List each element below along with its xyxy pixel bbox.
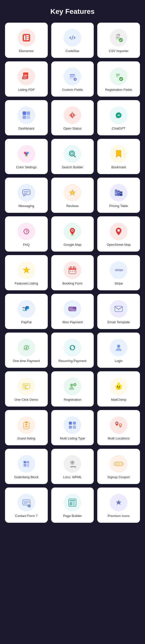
googlemap-label: Google Map bbox=[64, 243, 81, 247]
svg-rect-20 bbox=[70, 77, 73, 78]
svg-rect-111 bbox=[24, 422, 29, 429]
feature-email[interactable]: Email Template bbox=[97, 294, 140, 329]
gutenberg-label: Gutenberg Block bbox=[14, 475, 38, 479]
svg-rect-25 bbox=[116, 74, 120, 75]
feature-paypal[interactable]: Pay Pal PayPal bbox=[5, 294, 48, 329]
feature-mailchimp[interactable]: MailChimp bbox=[97, 371, 140, 407]
svg-text:COMMERC: COMMERC bbox=[69, 309, 77, 311]
email-icon bbox=[110, 300, 127, 318]
svg-rect-154 bbox=[73, 504, 75, 505]
svg-rect-62 bbox=[120, 193, 122, 193]
feature-open-status[interactable]: Open Status bbox=[51, 100, 94, 135]
feature-openstreet[interactable]: OpenStreet Map bbox=[97, 216, 140, 252]
svg-rect-71 bbox=[69, 267, 76, 274]
bookmark-label: Bookmark bbox=[111, 165, 126, 170]
svg-rect-32 bbox=[27, 115, 30, 119]
feature-premiumicons[interactable]: Premium Icons bbox=[97, 488, 140, 523]
feature-stripe[interactable]: stripe Stripe bbox=[97, 255, 140, 290]
faq-icon: ? bbox=[18, 223, 35, 240]
feature-chatgpt[interactable]: AI ChatGPT bbox=[97, 100, 140, 135]
googlemap-icon bbox=[64, 223, 81, 240]
guest-icon bbox=[18, 416, 35, 434]
feature-custom-fields[interactable]: Custom Fields bbox=[51, 61, 94, 97]
svg-rect-29 bbox=[23, 111, 26, 115]
onetime-icon: $ bbox=[18, 339, 35, 356]
svg-rect-125 bbox=[24, 461, 26, 463]
svg-rect-77 bbox=[72, 271, 73, 272]
feature-pdf[interactable]: PDF Listing PDF bbox=[5, 61, 48, 97]
messaging-icon bbox=[18, 184, 35, 202]
multilisting-label: Multi Listing Type bbox=[60, 436, 85, 441]
svg-rect-116 bbox=[73, 422, 76, 425]
feature-faq[interactable]: ? FAQ bbox=[5, 216, 48, 252]
feature-guest[interactable]: Guest listing bbox=[5, 410, 48, 445]
feature-color[interactable]: Color Settings bbox=[5, 139, 48, 174]
reviews-label: Reviews bbox=[66, 204, 79, 208]
paypal-label: PayPal bbox=[21, 320, 31, 325]
svg-point-28 bbox=[119, 77, 123, 81]
svg-rect-153 bbox=[73, 502, 75, 504]
svg-rect-51 bbox=[23, 190, 30, 195]
featured-icon bbox=[18, 261, 35, 279]
feature-pricing[interactable]: Pricing Table bbox=[97, 178, 140, 213]
login-icon bbox=[110, 339, 127, 356]
svg-text:Q: Q bbox=[24, 386, 26, 388]
feature-csv[interactable]: CSV Importer bbox=[97, 23, 140, 58]
feature-registration[interactable]: Registration bbox=[51, 371, 94, 407]
feature-dashboard[interactable]: Dashboard bbox=[5, 100, 48, 135]
gutenberg-icon bbox=[18, 455, 35, 473]
reg-fields-label: Registration Fields bbox=[105, 88, 132, 92]
feature-featured[interactable]: Featured Listing bbox=[5, 255, 48, 290]
faq-label: FAQ bbox=[23, 243, 30, 247]
contactform-icon: 7 bbox=[18, 494, 35, 511]
feature-login[interactable]: Login bbox=[97, 333, 140, 368]
svg-text:Pal: Pal bbox=[23, 309, 26, 311]
feature-messaging[interactable]: Messaging bbox=[5, 178, 48, 213]
svg-text:7: 7 bbox=[28, 505, 30, 507]
pdf-label: Listing PDF bbox=[18, 88, 35, 92]
feature-recurring[interactable]: Recurring Payment bbox=[51, 333, 94, 368]
feature-gutenberg[interactable]: Gutenberg Block bbox=[5, 449, 48, 484]
svg-point-47 bbox=[25, 153, 27, 155]
svg-rect-2 bbox=[26, 35, 29, 36]
svg-rect-19 bbox=[70, 76, 75, 77]
svg-text:?: ? bbox=[25, 229, 28, 233]
feature-bookmark[interactable]: Bookmark bbox=[97, 139, 140, 174]
bookmark-icon bbox=[110, 145, 127, 163]
feature-elementor[interactable]: Elementor bbox=[5, 23, 48, 58]
feature-woo[interactable]: WOO COMMERC Woo Payment bbox=[51, 294, 94, 329]
svg-point-38 bbox=[72, 117, 73, 118]
open-status-icon bbox=[64, 106, 81, 124]
feature-onetime[interactable]: $ One time Payment bbox=[5, 333, 48, 368]
feature-codestar[interactable]: CodeStar bbox=[51, 23, 94, 58]
svg-point-139 bbox=[121, 463, 123, 465]
svg-rect-76 bbox=[70, 271, 71, 272]
feature-demo[interactable]: DEMO Q One Click Demo bbox=[5, 371, 48, 407]
feature-booking[interactable]: Booking Form bbox=[51, 255, 94, 290]
booking-icon bbox=[64, 261, 81, 279]
feature-reviews[interactable]: Reviews bbox=[51, 178, 94, 213]
svg-point-40 bbox=[75, 114, 76, 116]
mailchimp-icon bbox=[110, 378, 127, 395]
features-grid: Elementor CodeStar CSV Im bbox=[5, 23, 140, 523]
svg-rect-115 bbox=[69, 422, 72, 425]
feature-pagebuilder[interactable]: Page Builder bbox=[51, 488, 94, 523]
coupon-icon: % bbox=[110, 455, 127, 473]
premiumicons-icon bbox=[110, 494, 127, 511]
feature-googlemap[interactable]: Google Map bbox=[51, 216, 94, 252]
feature-coupon[interactable]: % Signup Coupon bbox=[97, 449, 140, 484]
feature-search[interactable]: Search Builder bbox=[51, 139, 94, 174]
login-label: Login bbox=[115, 359, 123, 363]
feature-reg-fields[interactable]: Registration Fields bbox=[97, 61, 140, 97]
multilocations-label: Multi Locations bbox=[108, 436, 130, 441]
feature-multilisting[interactable]: Multi Listing Type bbox=[51, 410, 94, 445]
svg-rect-129 bbox=[27, 465, 29, 467]
svg-point-138 bbox=[114, 463, 116, 465]
feature-contactform[interactable]: 7 Contact Form 7 bbox=[5, 488, 48, 523]
search-label: Search Builder bbox=[62, 165, 83, 170]
feature-multilocations[interactable]: Multi Locations bbox=[97, 410, 140, 445]
openstreet-icon bbox=[110, 223, 127, 240]
multilisting-icon bbox=[64, 416, 81, 434]
feature-wpml[interactable]: WPML Loco, WPML bbox=[51, 449, 94, 484]
svg-rect-3 bbox=[26, 37, 29, 38]
